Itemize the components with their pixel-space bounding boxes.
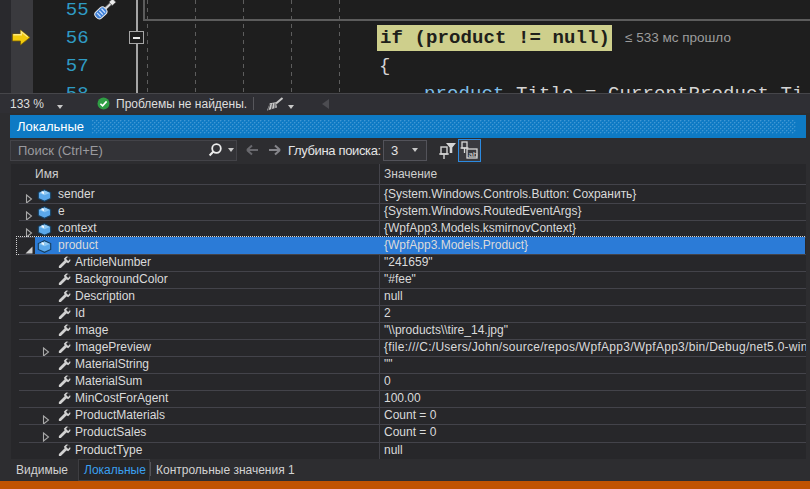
svg-text:ab: ab [469, 150, 478, 159]
